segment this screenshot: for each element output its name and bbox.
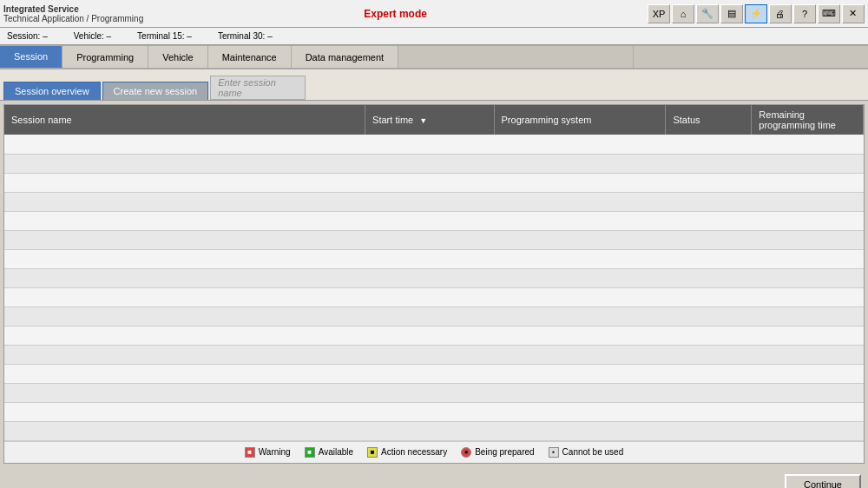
tools-button[interactable]: 🔧 [696, 4, 719, 23]
table-row [4, 402, 864, 421]
col-header-session-name[interactable]: Session name [4, 105, 365, 135]
terminal15-status: Terminal 15: – [137, 31, 192, 41]
legend-preparing: ● Being prepared [461, 447, 534, 458]
tab-data-management[interactable]: Data management [292, 45, 399, 68]
tab-session[interactable]: Session [0, 45, 62, 68]
table-row [4, 307, 864, 326]
tab-maintenance[interactable]: Maintenance [208, 45, 292, 68]
table-row [4, 364, 864, 383]
action-label: Action necessary [381, 447, 447, 457]
toolbar-icons: XP ⌂ 🔧 ▤ ⚡ 🖨 ? ⌨ ✕ [648, 4, 865, 23]
table-row [4, 383, 864, 402]
tab-empty-1 [398, 45, 634, 68]
preparing-label: Being prepared [475, 447, 534, 457]
session-name-input-display: Enter session name [210, 76, 306, 100]
table-row [4, 421, 864, 440]
table-row [4, 249, 864, 268]
col-header-status[interactable]: Status [666, 105, 752, 135]
cannot-label: Cannot be used [562, 447, 624, 457]
session-status: Session: – [7, 31, 48, 41]
vehicle-status: Vehicle: – [74, 31, 111, 41]
cannot-icon: ▪ [549, 447, 559, 458]
title-bar: Integrated Service Technical Application… [0, 0, 868, 28]
sort-icon-start: ▼ [419, 116, 427, 125]
main-tab-nav: Session Programming Vehicle Maintenance … [0, 45, 868, 69]
table-row [4, 135, 864, 154]
table-row [4, 326, 864, 345]
legend-cannot: ▪ Cannot be used [549, 447, 624, 458]
sub-tab-create-new[interactable]: Create new session [102, 82, 209, 100]
app-title: Integrated Service Technical Application… [3, 4, 143, 23]
terminal30-status: Terminal 30: – [218, 31, 273, 41]
main-content: Session name Start time ▼ Programming sy… [3, 104, 865, 464]
col-header-remaining-time[interactable]: Remaining programming time [752, 105, 864, 135]
table-row [4, 345, 864, 364]
tab-programming[interactable]: Programming [62, 45, 148, 68]
print-button[interactable]: 🖨 [769, 4, 792, 23]
close-button[interactable]: ✕ [842, 4, 865, 23]
continue-button[interactable]: Continue [785, 474, 861, 489]
tab-vehicle[interactable]: Vehicle [148, 45, 207, 68]
app-name: Integrated Service [3, 4, 143, 14]
expert-mode-label: Expert mode [364, 8, 427, 20]
sub-tab-nav: Session overview Create new session Ente… [0, 69, 868, 101]
xp-button[interactable]: XP [648, 4, 670, 23]
help-button[interactable]: ? [793, 4, 816, 23]
sub-tab-session-overview[interactable]: Session overview [3, 82, 101, 100]
col-header-programming-system[interactable]: Programming system [494, 105, 666, 135]
legend: ■ Warning ■ Available ■ Action necessary… [4, 441, 864, 463]
available-label: Available [319, 447, 353, 457]
warning-icon: ■ [245, 447, 255, 458]
action-icon: ■ [367, 447, 378, 458]
status-bar: Session: – Vehicle: – Terminal 15: – Ter… [0, 28, 868, 45]
tab-empty-2 [634, 45, 868, 68]
table-row [4, 211, 864, 230]
available-icon: ■ [305, 447, 315, 458]
col-header-start-time[interactable]: Start time ▼ [365, 105, 494, 135]
legend-warning: ■ Warning [245, 447, 291, 458]
footer: Continue [0, 467, 868, 489]
table-row [4, 192, 864, 211]
table-row [4, 268, 864, 287]
table-row [4, 230, 864, 249]
legend-action: ■ Action necessary [367, 447, 447, 458]
warning-label: Warning [259, 447, 291, 457]
session-table: Session name Start time ▼ Programming sy… [4, 105, 864, 441]
keyboard-button[interactable]: ⌨ [818, 4, 840, 23]
table-row [4, 287, 864, 307]
monitor-button[interactable]: ▤ [720, 4, 743, 23]
app-sub: Technical Application / Programming [3, 14, 143, 23]
table-row [4, 154, 864, 173]
battery-button[interactable]: ⚡ [745, 4, 767, 23]
home-button[interactable]: ⌂ [672, 4, 694, 23]
table-row [4, 173, 864, 192]
legend-available: ■ Available [305, 447, 353, 458]
session-table-body [4, 135, 864, 440]
preparing-icon: ● [461, 447, 471, 458]
